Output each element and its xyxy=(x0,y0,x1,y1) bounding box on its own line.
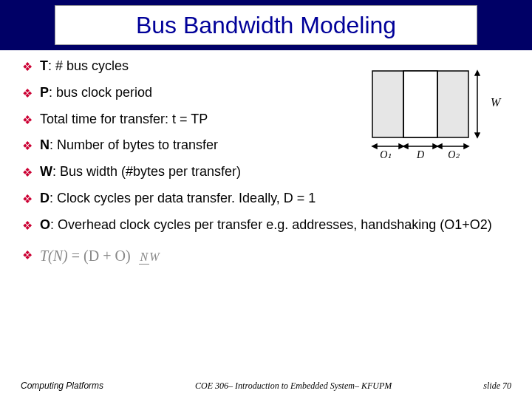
svg-marker-8 xyxy=(403,144,408,149)
footer: Computing Platforms COE 306– Introductio… xyxy=(0,381,532,392)
bullet-text: D: Clock cycles per data transfer. Ideal… xyxy=(40,190,510,207)
svg-marker-11 xyxy=(437,144,442,149)
footer-right: slide 70 xyxy=(483,381,511,392)
diamond-icon: ❖ xyxy=(22,166,33,181)
svg-marker-12 xyxy=(464,144,468,149)
diamond-icon: ❖ xyxy=(22,60,33,75)
bullet-text: O: Overhead clock cycles per transfer e.… xyxy=(40,216,510,233)
timing-diagram: O₁ D O₂ W xyxy=(358,64,505,167)
list-item: ❖ T(N) = (D + O) NW xyxy=(22,246,510,265)
list-item: ❖ O: Overhead clock cycles per transfer … xyxy=(22,216,510,234)
svg-marker-14 xyxy=(475,71,480,75)
label-o1: O₁ xyxy=(380,149,392,160)
svg-marker-5 xyxy=(372,144,377,149)
list-item: ❖ D: Clock cycles per data transfer. Ide… xyxy=(22,190,510,208)
label-d: D xyxy=(416,149,424,160)
diagram-svg: O₁ D O₂ W xyxy=(358,64,505,167)
diamond-icon: ❖ xyxy=(22,219,33,234)
svg-marker-15 xyxy=(475,133,480,137)
svg-rect-1 xyxy=(403,71,437,137)
label-w: W xyxy=(491,96,502,109)
title-box: Bus Bandwidth Modeling xyxy=(55,5,477,45)
diamond-icon: ❖ xyxy=(22,113,33,129)
footer-mid: COE 306– Introduction to Embedded System… xyxy=(195,381,392,392)
diamond-icon: ❖ xyxy=(22,139,33,154)
diamond-icon: ❖ xyxy=(22,86,33,102)
formula-text: T(N) = (D + O) NW xyxy=(40,246,510,265)
label-o2: O₂ xyxy=(448,149,460,160)
diamond-icon: ❖ xyxy=(22,248,33,264)
diamond-icon: ❖ xyxy=(22,192,33,208)
footer-left: Computing Platforms xyxy=(21,381,103,392)
slide-title: Bus Bandwidth Modeling xyxy=(136,12,396,39)
title-bar: Bus Bandwidth Modeling xyxy=(0,0,532,50)
